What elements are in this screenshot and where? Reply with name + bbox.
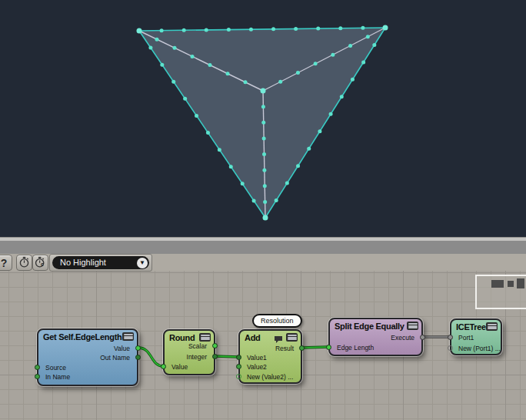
resolution-tooltip: Resolution [252, 314, 302, 328]
node-title: Get Self.EdgeLength [43, 332, 134, 342]
port-label: Scalar [188, 343, 207, 350]
port-out-integer[interactable] [212, 354, 218, 359]
port-label: Result [275, 345, 294, 352]
port-label: New (Port1) ... [458, 345, 501, 352]
port-out-value[interactable] [135, 345, 141, 351]
tetrahedron-wireframe [0, 0, 526, 237]
node-icons [274, 333, 298, 342]
menu-icon[interactable] [286, 333, 298, 342]
node-round[interactable]: RoundScalarIntegerValue [163, 329, 215, 375]
node-split-edge-equally[interactable]: Split Edge EquallyExecuteEdge Length [328, 318, 423, 356]
port-label: Out Name [100, 355, 130, 362]
port-in-port1[interactable] [448, 335, 453, 340]
port-out-result[interactable] [299, 345, 305, 351]
port-label: New (Value2) ... [247, 374, 293, 381]
menu-icon[interactable] [199, 333, 211, 342]
node-layer: Get Self.EdgeLengthValueOut NameSourceIn… [0, 254, 526, 420]
node-icons [122, 332, 134, 341]
softimage-window: ? c No Highl [0, 0, 526, 420]
node-add[interactable]: AddResultValue1Value2New (Value2) ... [238, 329, 302, 384]
port-label: Port1 [458, 335, 474, 342]
port-label: In Name [45, 374, 70, 381]
port-in-edge-length[interactable] [326, 345, 331, 350]
port-out-out-name[interactable] [135, 355, 141, 360]
node-icetree[interactable]: ICETreePort1New (Port1) ... [450, 318, 502, 355]
port-in-value1[interactable] [236, 355, 241, 360]
ice-tree-editor[interactable]: ? c No Highl [0, 254, 526, 420]
port-out-execute[interactable] [420, 335, 425, 340]
port-label: Integer [187, 354, 207, 361]
comment-icon[interactable] [274, 333, 285, 342]
node-title: Split Edge Equally [335, 322, 418, 331]
port-out-scalar[interactable] [212, 343, 218, 348]
port-in-new-port1-[interactable] [448, 345, 453, 351]
port-in-source[interactable] [35, 365, 40, 370]
port-label: Value2 [247, 364, 267, 371]
node-icons [407, 322, 418, 330]
port-in-in-name[interactable] [35, 374, 40, 379]
menu-icon[interactable] [407, 322, 418, 330]
menu-icon[interactable] [122, 332, 134, 341]
port-in-value[interactable] [161, 364, 166, 369]
editor-top-edge [0, 241, 526, 254]
node-icons [199, 333, 211, 342]
port-label: Execute [391, 335, 414, 342]
port-label: Source [45, 365, 66, 372]
port-in-value2[interactable] [236, 364, 241, 369]
3d-viewport[interactable] [0, 0, 526, 237]
menu-icon[interactable] [486, 322, 498, 331]
port-label: Edge Length [337, 345, 374, 352]
node-get-self-edgelength[interactable]: Get Self.EdgeLengthValueOut NameSourceIn… [37, 328, 138, 386]
port-label: Value [114, 345, 130, 352]
port-label: Value [171, 364, 188, 371]
node-icons [486, 322, 498, 331]
port-in-new-value2-[interactable] [236, 374, 241, 379]
port-label: Value1 [247, 355, 267, 362]
